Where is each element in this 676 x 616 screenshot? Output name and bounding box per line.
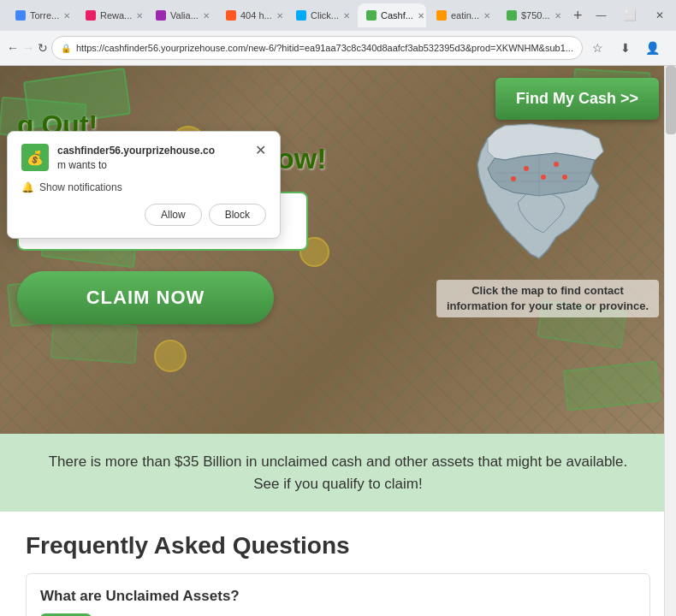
notif-favicon: 💰 bbox=[21, 144, 49, 171]
nav-actions: ☆ ⬇ 👤 ⋮ bbox=[586, 36, 676, 60]
bookmark-button[interactable]: ☆ bbox=[586, 36, 610, 60]
notif-wants: m wants to bbox=[57, 159, 107, 171]
claim-now-button[interactable]: CLAIM NOW bbox=[17, 271, 274, 324]
tab-3[interactable]: Valia... ✕ bbox=[147, 3, 216, 27]
page-content: 💰 cashfinder56.yourprizehouse.co m wants… bbox=[0, 66, 676, 616]
tab-close-6[interactable]: ✕ bbox=[418, 11, 424, 21]
notif-domain: cashfinder56.yourprizehouse.co bbox=[57, 145, 215, 157]
url-text: https://cashfinder56.yourprizehouse.com/… bbox=[76, 43, 573, 53]
tab-close-5[interactable]: ✕ bbox=[343, 11, 350, 21]
notif-header: 💰 cashfinder56.yourprizehouse.co m wants… bbox=[21, 144, 266, 173]
allow-button[interactable]: Allow bbox=[145, 204, 202, 226]
svg-point-5 bbox=[541, 175, 546, 180]
menu-button[interactable]: ⋮ bbox=[668, 36, 676, 60]
tab-favicon-6 bbox=[366, 10, 377, 21]
bell-icon: 🔔 bbox=[21, 181, 34, 193]
tab-7[interactable]: eatin... ✕ bbox=[428, 3, 496, 27]
notification-popup: 💰 cashfinder56.yourprizehouse.co m wants… bbox=[7, 131, 281, 239]
browser-chrome: Torre... ✕ Rewa... ✕ Valia... ✕ 404 h...… bbox=[0, 0, 676, 66]
tab-6[interactable]: Cashf... ✕ bbox=[358, 3, 426, 27]
tab-bar: Torre... ✕ Rewa... ✕ Valia... ✕ 404 h...… bbox=[0, 0, 676, 31]
tab-close-3[interactable]: ✕ bbox=[203, 11, 210, 21]
forward-button[interactable]: → bbox=[22, 36, 34, 60]
tab-4[interactable]: 404 h... ✕ bbox=[217, 3, 286, 27]
tab-label-1: Torre... bbox=[30, 10, 59, 21]
svg-point-7 bbox=[511, 176, 516, 181]
back-button[interactable]: ← bbox=[7, 36, 19, 60]
map-caption[interactable]: Click the map to find contact informatio… bbox=[436, 280, 659, 317]
address-bar[interactable]: 🔒 https://cashfinder56.yourprizehouse.co… bbox=[51, 36, 583, 60]
profile-button[interactable]: 👤 bbox=[641, 36, 665, 60]
tab-label-5: Click... bbox=[311, 10, 339, 21]
close-window-button[interactable]: ✕ bbox=[648, 3, 672, 27]
info-banner: There is more than $35 Billion in unclai… bbox=[0, 434, 676, 512]
tab-5[interactable]: Click... ✕ bbox=[288, 3, 356, 27]
tab-label-6: Cashf... bbox=[381, 10, 413, 21]
tab-close-7[interactable]: ✕ bbox=[483, 11, 490, 21]
maximize-button[interactable]: ⬜ bbox=[619, 3, 643, 27]
tab-close-2[interactable]: ✕ bbox=[136, 11, 143, 21]
tab-2[interactable]: Rewa... ✕ bbox=[77, 3, 145, 27]
faq-title: Frequently Asked Questions bbox=[26, 532, 650, 560]
tab-favicon-7 bbox=[436, 10, 447, 21]
tab-favicon-5 bbox=[296, 10, 306, 21]
tab-favicon-8 bbox=[507, 10, 517, 21]
hero-section: Find My Cash >> bbox=[0, 66, 676, 434]
tab-favicon-3 bbox=[156, 10, 166, 21]
tab-label-4: 404 h... bbox=[240, 10, 272, 21]
notif-bell-label: Show notifications bbox=[39, 181, 122, 193]
tab-8[interactable]: $750... ✕ bbox=[498, 3, 566, 27]
reload-button[interactable]: ↻ bbox=[38, 36, 48, 60]
faq-section: Frequently Asked Questions What are Uncl… bbox=[0, 512, 676, 616]
find-my-cash-button[interactable]: Find My Cash >> bbox=[495, 78, 659, 120]
tab-label-2: Rewa... bbox=[100, 10, 132, 21]
tab-label-3: Valia... bbox=[170, 10, 199, 21]
tab-favicon-4 bbox=[226, 10, 236, 21]
info-text: There is more than $35 Billion in unclai… bbox=[34, 451, 642, 495]
faq-card: What are Unclaimed Assets? 💵 Every year,… bbox=[26, 573, 650, 616]
tab-favicon-1 bbox=[15, 10, 26, 21]
map-section: Click the map to find contact informatio… bbox=[436, 117, 659, 317]
svg-point-4 bbox=[554, 162, 559, 167]
block-button[interactable]: Block bbox=[209, 204, 266, 226]
notif-close-button[interactable]: ✕ bbox=[255, 144, 266, 157]
new-tab-button[interactable]: + bbox=[568, 7, 588, 25]
tab-1[interactable]: Torre... ✕ bbox=[7, 3, 75, 27]
minimize-button[interactable]: — bbox=[590, 3, 614, 27]
tab-close-8[interactable]: ✕ bbox=[554, 11, 561, 21]
tab-label-7: eatin... bbox=[451, 10, 479, 21]
tab-close-1[interactable]: ✕ bbox=[63, 11, 70, 21]
svg-point-6 bbox=[562, 175, 567, 180]
svg-point-3 bbox=[524, 166, 529, 171]
tab-label-8: $750... bbox=[521, 10, 550, 21]
download-button[interactable]: ⬇ bbox=[614, 36, 637, 60]
north-america-map[interactable] bbox=[454, 117, 642, 271]
nav-bar: ← → ↻ 🔒 https://cashfinder56.yourprizeho… bbox=[0, 31, 676, 65]
tab-favicon-2 bbox=[86, 10, 96, 21]
notif-bell-row: 🔔 Show notifications bbox=[21, 181, 266, 193]
ssl-lock-icon: 🔒 bbox=[61, 44, 71, 53]
faq-question: What are Unclaimed Assets? bbox=[40, 588, 636, 605]
tab-close-4[interactable]: ✕ bbox=[276, 11, 283, 21]
notif-buttons: Allow Block bbox=[21, 204, 266, 226]
notif-site-text: cashfinder56.yourprizehouse.co m wants t… bbox=[57, 144, 246, 173]
